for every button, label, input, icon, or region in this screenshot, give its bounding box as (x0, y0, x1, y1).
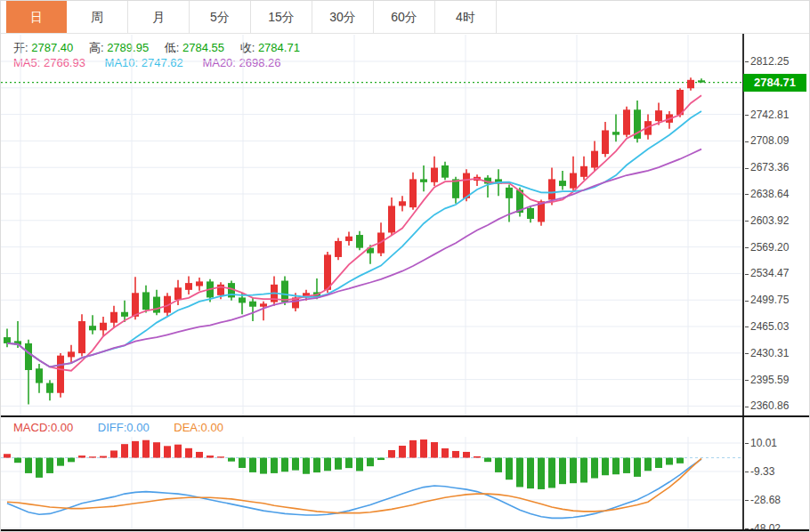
tab-15分[interactable]: 15分 (251, 1, 312, 33)
dea-value-label: DEA:0.00 (174, 421, 223, 434)
tab-30分[interactable]: 30分 (312, 1, 374, 33)
macd-value-label: MACD:0.00 (13, 421, 73, 434)
tab-60分[interactable]: 60分 (374, 1, 435, 33)
price-axis-label: 2603.92 (745, 214, 804, 227)
price-axis-label: 2708.09 (745, 134, 804, 147)
price-axis-label: 2360.86 (745, 399, 804, 412)
tab-5分[interactable]: 5分 (190, 1, 251, 33)
panel-separator-line (1, 415, 810, 417)
tab-周[interactable]: 周 (67, 1, 128, 33)
tab-日[interactable]: 日 (6, 1, 67, 33)
price-axis-label: 2638.64 (745, 188, 804, 200)
macd-chart[interactable] (1, 437, 742, 529)
tab-月[interactable]: 月 (128, 1, 190, 33)
kline-chart-window: 日周月5分15分30分60分4时 开: 2787.40 高: 2789.95 低… (0, 0, 810, 532)
price-axis-label: 2430.31 (745, 347, 804, 359)
macd-axis-label: -9.33 (745, 465, 804, 478)
bottom-border-line (1, 529, 810, 531)
price-axis-label: 2569.20 (745, 241, 804, 254)
price-axis-label: 2742.81 (745, 109, 804, 121)
price-axis-label: 2465.03 (745, 320, 804, 333)
macd-axis-label: 10.01 (745, 437, 804, 449)
candlestick-chart[interactable] (1, 35, 742, 415)
price-axis-label: 2499.75 (745, 294, 804, 306)
current-price-tag: 2784.71 (743, 74, 806, 92)
macd-axis-label: -28.68 (745, 494, 804, 506)
price-axis-label: 2534.47 (745, 267, 804, 279)
tab-4时[interactable]: 4时 (435, 1, 497, 33)
diff-value-label: DIFF:0.00 (98, 421, 150, 434)
price-axis-label: 2673.36 (745, 161, 804, 173)
axis-border-line (742, 34, 744, 531)
tab-bar: 日周月5分15分30分60分4时 (1, 1, 809, 34)
price-axis-label: 2395.59 (745, 374, 804, 386)
price-axis-label: 2812.25 (745, 55, 804, 68)
macd-legend: MACD:0.00 DIFF:0.00 DEA:0.00 (13, 421, 223, 434)
